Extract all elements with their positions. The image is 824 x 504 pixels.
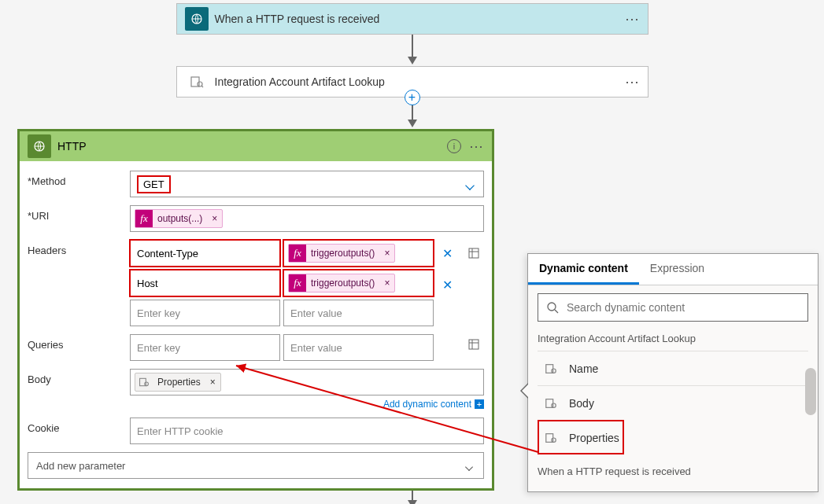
header-key-1[interactable]: Host [130,270,280,296]
dyn-group-2-title: When a HTTP request is received [538,465,808,477]
svg-point-13 [548,303,556,311]
trigger-title: When a HTTP request is received [215,13,625,25]
method-select[interactable]: GET [130,171,484,197]
dyn-item-properties[interactable]: Properties [538,420,624,454]
http-action-icon [28,134,51,158]
query-key-input[interactable]: Enter key [130,334,280,361]
body-label: Body [28,369,130,385]
header-key-new[interactable]: Enter key [130,300,280,326]
svg-line-14 [555,310,558,313]
search-input[interactable] [565,300,800,315]
dyn-group-1-title: Integration Account Artifact Lookup [538,333,808,344]
fx-icon: fx [135,210,153,227]
trigger-card[interactable]: When a HTTP request is received ⋯ [176,3,648,35]
header-value-new[interactable]: Enter value [283,300,434,326]
trigger-menu-button[interactable]: ⋯ [625,10,640,28]
headers-label: Headers [28,240,130,256]
remove-token-button[interactable]: × [379,278,394,289]
add-dynamic-content-link[interactable]: Add dynamic content+ [130,399,484,410]
tab-dynamic-content[interactable]: Dynamic content [528,254,639,285]
integration-account-icon [135,373,153,391]
lookup-title: Integration Account Artifact Lookup [215,75,625,88]
cookie-label: Cookie [28,418,130,434]
query-value-input[interactable]: Enter value [283,334,434,361]
header-0-token[interactable]: fx triggeroutputs() × [288,244,395,263]
dyn-item-name[interactable]: Name [538,351,808,385]
remove-token-button[interactable]: × [207,213,222,224]
method-label: *Method [28,171,130,187]
connector-arrow-1 [176,35,648,66]
dyn-item-body[interactable]: Body [538,385,808,420]
http-trigger-icon [185,7,209,31]
dynamic-content-panel: Dynamic content Expression Integration A… [527,253,818,492]
add-step-button[interactable]: + [405,90,420,105]
svg-point-12 [145,382,149,386]
integration-account-icon [541,359,561,379]
search-dynamic-content[interactable] [538,293,808,322]
delete-header-0-button[interactable]: ✕ [437,243,457,263]
svg-point-16 [552,369,556,373]
queries-label: Queries [28,334,130,351]
body-input[interactable]: Properties × [130,369,484,395]
svg-point-18 [552,403,556,407]
header-value-0[interactable]: fx triggeroutputs() × [283,240,434,267]
remove-token-button[interactable]: × [379,248,394,259]
header-key-0[interactable]: Content-Type [130,240,280,267]
integration-account-icon [541,393,561,414]
svg-line-3 [201,86,203,87]
svg-rect-5 [469,248,479,258]
cookie-input[interactable]: Enter HTTP cookie [130,418,484,444]
info-icon[interactable]: i [447,139,461,153]
http-title: HTTP [57,140,447,153]
lookup-menu-button[interactable]: ⋯ [625,73,640,90]
header-value-1[interactable]: fx triggeroutputs() × [283,270,434,296]
method-value: GET [137,175,171,193]
http-card: HTTP i ⋯ *Method GET *URI fx outputs(...… [17,129,494,491]
uri-token[interactable]: fx outputs(...) × [135,209,223,228]
uri-input[interactable]: fx outputs(...) × [130,205,484,232]
body-token[interactable]: Properties × [135,373,221,392]
search-icon [546,301,559,314]
add-parameter-select[interactable]: Add new parameter [28,452,484,479]
fx-icon: fx [289,245,306,262]
delete-header-1-button[interactable]: ✕ [437,274,457,295]
integration-account-icon [185,70,209,94]
integration-account-icon [541,428,561,448]
svg-point-20 [552,438,556,442]
fx-icon: fx [289,274,306,292]
remove-token-button[interactable]: × [205,377,220,388]
header-1-token[interactable]: fx triggeroutputs() × [288,274,395,292]
uri-label: *URI [28,205,130,222]
http-menu-button[interactable]: ⋯ [469,138,484,155]
tab-expression[interactable]: Expression [639,254,715,285]
scrollbar[interactable] [805,368,816,415]
svg-rect-8 [469,340,479,349]
switch-queries-mode-button[interactable] [464,334,484,355]
switch-headers-mode-button[interactable] [464,243,484,263]
connector-arrow-2: + [176,97,648,129]
